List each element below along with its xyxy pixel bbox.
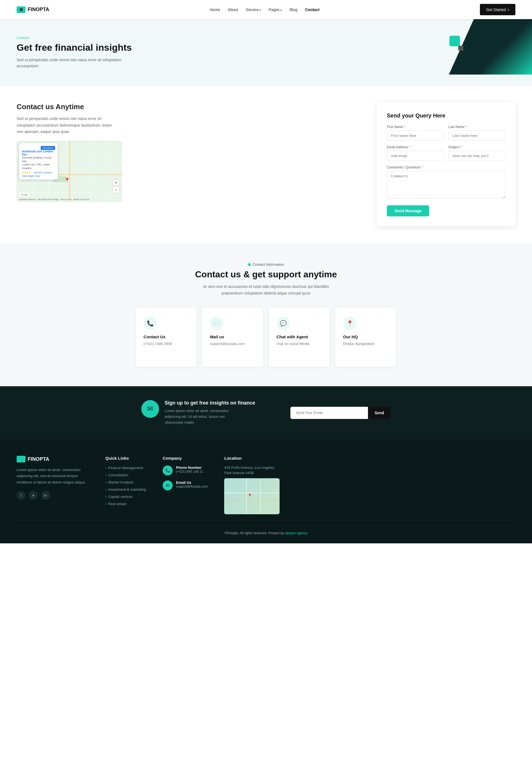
- map-reviews: 156,907 reviews: [34, 171, 52, 174]
- email-us-value: support@finopta.com: [176, 485, 208, 488]
- social-facebook[interactable]: f: [17, 491, 25, 500]
- info-card-contact-detail: (+021) 1580 3658: [144, 341, 189, 347]
- nav-contact[interactable]: Contact: [305, 7, 319, 12]
- last-name-label: Last Name *: [448, 125, 505, 129]
- email-input[interactable]: [387, 151, 444, 161]
- social-linkedin[interactable]: in: [41, 491, 50, 500]
- info-card-contact-title: Contact Us: [144, 334, 189, 339]
- info-card-hq-detail: Dhaka, Bangladesh: [343, 341, 388, 347]
- social-pinterest[interactable]: ♦: [29, 491, 38, 500]
- footer-map: 📍: [224, 478, 280, 514]
- company-email-text: Email Us support@finopta.com: [176, 480, 208, 488]
- footer-logo: FINOPTA: [17, 456, 89, 462]
- map-directions-button[interactable]: Directions: [41, 146, 55, 150]
- hero-section: Contact Get free financial insights Sed …: [0, 19, 532, 86]
- info-card-chat: 💬 Chat with Agent chat on social Media: [269, 308, 330, 367]
- nav-blog[interactable]: Blog: [290, 7, 297, 12]
- footer-logo-text: FINOPTA: [28, 456, 49, 462]
- info-cards: 📞 Contact Us (+021) 1580 3658 ✉️ Mail us…: [17, 308, 515, 367]
- agency-link[interactable]: wpaper agency: [285, 531, 307, 535]
- contact-left: Contact us Anytime Sed ut perspiciatis u…: [17, 103, 363, 202]
- company-email-item: ✉ Email Us support@finopta.com: [163, 480, 208, 490]
- copyright-text: ©Finopta, All rights reserved. Product b…: [224, 531, 284, 535]
- contact-heading: Contact us Anytime: [17, 103, 363, 111]
- hero-square-1: [449, 36, 460, 46]
- send-message-button[interactable]: Send Message: [387, 205, 429, 216]
- location-address1: 434 Forth Avenue, Los Angeles: [224, 465, 280, 470]
- logo[interactable]: FINOPTA: [17, 6, 49, 13]
- map-info-card: Directions lastminute.com London Eye Riv…: [19, 143, 58, 179]
- hero-tag: Contact: [17, 36, 515, 40]
- footer-link-consultation[interactable]: Consultation: [108, 473, 128, 477]
- newsletter-icon: ✉: [141, 400, 159, 418]
- newsletter-subtext: Lorem ipsum dolor sit amet, consectetur …: [165, 408, 242, 425]
- footer: FINOPTA Lorem ipsum dolor sit amet, cons…: [0, 439, 532, 543]
- map-controls: + −: [113, 179, 119, 193]
- newsletter-right: Send: [290, 407, 391, 419]
- last-name-input[interactable]: [448, 131, 505, 141]
- footer-location: Location 434 Forth Avenue, Los Angeles P…: [224, 456, 280, 514]
- footer-link-market[interactable]: Market Analysis: [108, 480, 134, 484]
- form-email-row: Email Address * Subject *: [387, 145, 505, 161]
- section-tag: Contact Information: [248, 262, 284, 267]
- hero-heading: Get free financial insights: [17, 42, 515, 53]
- chat-icon: 💬: [277, 317, 290, 330]
- map-attribution: Keyboard shortcuts Map data ©2023 Google…: [19, 198, 89, 200]
- email-required: *: [409, 145, 410, 149]
- comments-label: Comments / Questions *: [387, 165, 505, 169]
- company-items: 📞 Phone Number (+021) 885 148 11 ✉ Email…: [163, 465, 208, 490]
- footer-link-investment[interactable]: Investment & marketing: [108, 487, 146, 492]
- footer-link-finance[interactable]: Finance Management: [108, 466, 143, 470]
- info-card-mail: ✉️ Mail us support@socialu.com: [202, 308, 263, 367]
- hero-subtext: Sed ut perspiciatis unde omnis iste natu…: [17, 57, 133, 69]
- map-container: Directions lastminute.com London Eye Riv…: [17, 141, 122, 202]
- nav-pages[interactable]: Pages: [268, 7, 282, 12]
- info-card-hq-title: Our HQ: [343, 334, 388, 339]
- newsletter-left: ✉ Sign up to get free insights on financ…: [141, 400, 255, 425]
- subject-input[interactable]: [448, 151, 505, 161]
- get-started-button[interactable]: Get Started: [480, 4, 515, 15]
- email-label: Email Address *: [387, 145, 444, 149]
- first-name-required: *: [404, 125, 405, 129]
- map-zoom-in[interactable]: +: [113, 179, 119, 186]
- company-email-icon: ✉: [163, 480, 173, 490]
- footer-link-realestate[interactable]: Real estate: [108, 502, 127, 506]
- contact-form-card: Send your Query Here First Name * Last N…: [377, 103, 515, 226]
- footer-link-item: Market Analysis: [105, 480, 146, 484]
- location-address2: Park Avenue #438: [224, 471, 280, 475]
- info-card-chat-title: Chat with Agent: [277, 334, 322, 339]
- subject-group: Subject *: [448, 145, 505, 161]
- footer-brand: FINOPTA Lorem ipsum dolor sit amet, cons…: [17, 456, 89, 514]
- newsletter-send-button[interactable]: Send: [368, 407, 391, 419]
- phone-label: Phone Number: [176, 465, 203, 470]
- footer-bottom: ©Finopta, All rights reserved. Product b…: [17, 525, 515, 535]
- company-phone-item: 📞 Phone Number (+021) 885 148 11: [163, 465, 208, 475]
- first-name-input[interactable]: [387, 131, 444, 141]
- info-card-hq: 📍 Our HQ Dhaka, Bangladesh: [335, 308, 396, 367]
- contact-section: Contact us Anytime Sed ut perspiciatis u…: [0, 86, 532, 243]
- footer-link-item: Real estate: [105, 502, 146, 506]
- comments-required: *: [421, 165, 423, 169]
- footer-link-item: Finance Management: [105, 465, 146, 470]
- nav-home[interactable]: Home: [210, 7, 220, 12]
- footer-top: FINOPTA Lorem ipsum dolor sit amet, cons…: [17, 456, 515, 514]
- nav-service[interactable]: Service: [246, 7, 261, 12]
- form-name-row: First Name * Last Name *: [387, 125, 505, 141]
- mail-icon: ✉️: [210, 317, 223, 330]
- logo-icon: [17, 6, 25, 13]
- company-phone-text: Phone Number (+021) 885 148 11: [176, 465, 203, 474]
- nav-about[interactable]: About: [228, 7, 238, 12]
- footer-link-item: Investment & marketing: [105, 487, 146, 492]
- map-view-larger[interactable]: View larger map: [22, 175, 55, 177]
- footer-logo-icon: [17, 456, 25, 462]
- last-name-group: Last Name *: [448, 125, 505, 141]
- phone-value: (+021) 885 148 11: [176, 470, 203, 474]
- newsletter-email-input[interactable]: [290, 407, 368, 419]
- map-zoom-out[interactable]: −: [113, 186, 119, 193]
- footer-link-capital[interactable]: Capital venture: [108, 495, 132, 499]
- contact-subtext: Sed ut perspiciatis unde omnis iste natu…: [17, 116, 114, 135]
- newsletter-heading: Sign up to get free insights on finance: [165, 400, 255, 406]
- footer-company: Company 📞 Phone Number (+021) 885 148 11…: [163, 456, 208, 514]
- comments-textarea[interactable]: [387, 171, 505, 199]
- subject-required: *: [460, 145, 462, 149]
